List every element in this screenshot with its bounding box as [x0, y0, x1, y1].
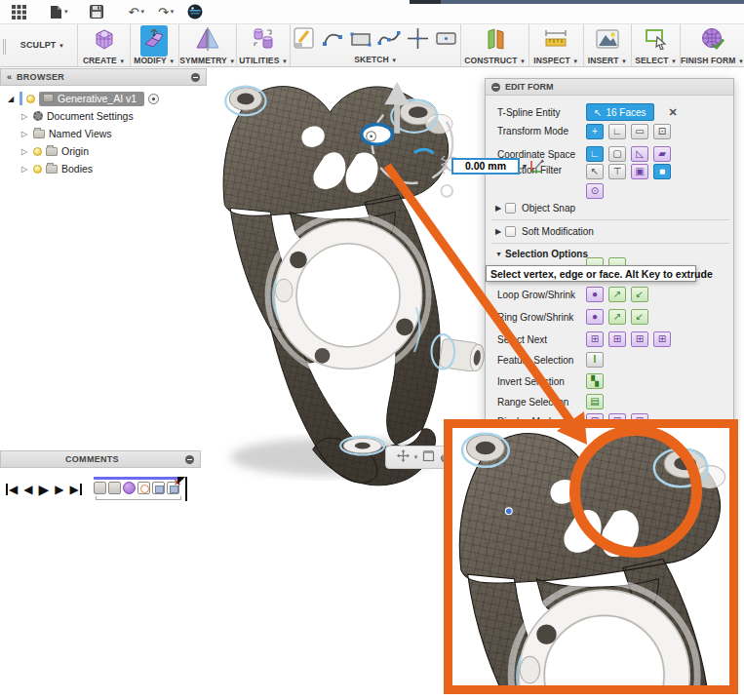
app-grid-icon[interactable] [8, 3, 30, 21]
surface-plane-icon[interactable]: ▰ [653, 146, 671, 162]
select-next-left-icon[interactable]: ⊞ [586, 331, 604, 347]
invert-selection-icon[interactable]: ▚ [586, 373, 604, 389]
redo-caret-icon[interactable]: ▾ [171, 8, 175, 16]
panel-options-icon[interactable] [191, 73, 200, 82]
tspline-body-icon[interactable]: ⊙ [586, 183, 604, 199]
expand-icon[interactable]: ▷ [20, 165, 29, 174]
go-to-end-button[interactable]: ▶ [69, 484, 81, 495]
root-item-selected[interactable]: Generative_AI v1 [39, 92, 144, 106]
undo-button[interactable]: ↶ ▾ [125, 3, 148, 21]
timeline-playhead[interactable] [185, 477, 187, 501]
workspace-menu-sculpt[interactable]: SCULPT ▼ [8, 24, 79, 66]
tree-item-bodies[interactable]: ▷ Bodies [6, 160, 207, 177]
menu-construct[interactable]: CONSTRUCT ▼ [461, 24, 529, 66]
comments-panel-header[interactable]: COMMENTS [0, 450, 201, 468]
spline-icon[interactable] [377, 26, 402, 55]
select-next-right-icon[interactable]: ⊞ [608, 331, 626, 347]
clear-selection-icon[interactable]: ✕ [669, 106, 678, 119]
scale-plane-icon[interactable]: ▭ [631, 124, 648, 139]
step-back-button[interactable]: ◀ [23, 484, 32, 495]
tree-item-origin[interactable]: ▷ Origin [6, 142, 207, 160]
soft-modification-checkbox[interactable] [505, 226, 516, 237]
ring-cylinder-icon[interactable]: ● [586, 309, 604, 325]
world-axes-icon[interactable]: ∟ [586, 146, 604, 162]
rotate-axes-icon[interactable]: ∟ [608, 124, 626, 139]
face-filter-icon[interactable]: ▣ [631, 164, 648, 179]
loop-shrink-icon[interactable]: ↙ [631, 287, 648, 302]
form-feature-icon[interactable] [123, 482, 136, 494]
ring-shrink-icon[interactable]: ↙ [631, 309, 648, 325]
arc-icon[interactable] [321, 26, 345, 55]
view-space-icon[interactable]: ▢ [608, 146, 626, 162]
menu-symmetry[interactable]: SYMMETRY ▼ [179, 24, 237, 66]
browser-panel-header[interactable]: « BROWSER [0, 68, 207, 86]
expand-icon[interactable]: ▶ [495, 204, 505, 213]
activate-radio-icon[interactable] [148, 94, 159, 104]
menu-utilities[interactable]: UTILITIES ▼ [237, 24, 291, 66]
visibility-bulb-icon[interactable] [33, 165, 42, 174]
bodies-feature-icon[interactable] [152, 482, 165, 494]
box-feature-icon[interactable] [94, 482, 106, 494]
menu-insert[interactable]: INSERT ▼ [584, 24, 633, 66]
select-next-down-icon[interactable]: ⊞ [653, 331, 671, 347]
edit-form-header[interactable]: EDIT FORM [486, 79, 733, 96]
transform-box-icon[interactable]: ⊡ [653, 124, 671, 139]
collapse-icon[interactable]: ▼ [495, 251, 505, 257]
menu-modify[interactable]: MODIFY ▼ [131, 24, 179, 66]
expand-icon[interactable]: ▷ [20, 130, 29, 138]
tree-item-document-settings[interactable]: ▷ Document Settings [6, 107, 207, 125]
soft-modification-row[interactable]: ▶ Soft Modification [486, 223, 733, 239]
profile-badge-icon[interactable] [183, 2, 207, 21]
visibility-bulb-icon[interactable] [26, 95, 35, 103]
browser-root-row[interactable]: ◢ Generative_AI v1 [6, 90, 207, 107]
expand-icon[interactable]: ▷ [20, 147, 29, 156]
collapse-panel-icon[interactable]: « [7, 72, 12, 82]
nav-caret-icon[interactable]: ▾ [414, 453, 418, 461]
menu-select[interactable]: SELECT ▼ [632, 24, 681, 66]
expand-icon[interactable]: ▶ [495, 227, 505, 236]
expand-icon[interactable]: ▷ [20, 112, 29, 121]
file-menu-button[interactable]: ▾ [46, 3, 72, 21]
toolbar-grip[interactable] [0, 24, 8, 66]
redo-button[interactable]: ↷ ▾ [154, 3, 177, 21]
loop-cylinder-icon[interactable]: ● [586, 287, 604, 302]
sketch-feature-icon[interactable] [137, 482, 150, 494]
object-snap-row[interactable]: ▶ Object Snap [486, 200, 733, 215]
point-icon[interactable] [406, 26, 430, 55]
play-button[interactable]: ▶ [38, 483, 49, 496]
pan-icon[interactable] [397, 449, 410, 465]
view-cube-icon[interactable] [422, 449, 435, 465]
ring-grow-icon[interactable]: ↗ [608, 309, 626, 325]
rectangle-icon[interactable] [349, 26, 373, 55]
value-dropdown-icon[interactable]: ▾ [523, 162, 527, 171]
distance-input[interactable] [451, 158, 520, 175]
loop-grow-icon[interactable]: ↗ [608, 287, 626, 302]
object-snap-checkbox[interactable] [505, 203, 516, 214]
step-forward-button[interactable]: ▶ [55, 484, 63, 495]
tree-item-named-views[interactable]: ▷ Named Views [6, 125, 207, 142]
select-next-up-icon[interactable]: ⊞ [631, 331, 648, 347]
box-feature-icon[interactable] [108, 482, 121, 494]
edge-filter-icon[interactable]: ⊤ [608, 164, 626, 179]
menu-finish-form[interactable]: FINISH FORM ▼ [681, 24, 744, 66]
ibeam-icon[interactable]: I [586, 352, 604, 368]
save-button[interactable] [86, 3, 107, 20]
slot-icon[interactable] [434, 26, 458, 55]
translate-icon[interactable]: + [586, 124, 604, 139]
menu-inspect[interactable]: INSPECT ▼ [529, 24, 583, 66]
go-to-start-button[interactable]: ◀ [6, 484, 18, 495]
visibility-bulb-icon[interactable] [33, 147, 42, 156]
range-selection-icon[interactable]: ▤ [586, 394, 604, 409]
create-sketch-icon[interactable] [293, 26, 317, 55]
root-expand-icon[interactable]: ◢ [6, 95, 16, 103]
panel-options-icon[interactable] [185, 455, 194, 464]
menu-sketch[interactable]: SKETCH ▼ [291, 24, 461, 66]
undo-caret-icon[interactable]: ▾ [140, 8, 144, 16]
selected-faces-highlight[interactable] [362, 124, 392, 144]
body-filter-icon[interactable]: ■ [653, 164, 671, 179]
sketch-axes-icon[interactable] [529, 158, 545, 174]
dialog-options-icon[interactable] [491, 83, 500, 92]
vertex-filter-icon[interactable]: ↖ [586, 164, 604, 179]
local-plane-icon[interactable]: ◺ [631, 146, 648, 162]
menu-create[interactable]: CREATE ▼ [78, 24, 131, 66]
